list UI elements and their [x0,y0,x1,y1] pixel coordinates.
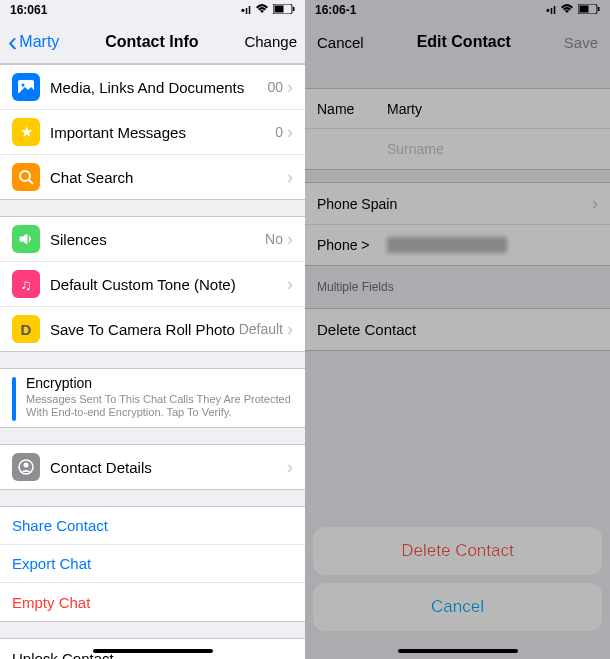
cancel-button[interactable]: Cancel [317,34,364,51]
settings-section: Silences No › ♫ Default Custom Tone (Not… [0,216,305,352]
status-bar: 16:061 •ıl [0,0,305,20]
important-count: 0 [275,124,283,140]
chevron-right-icon: › [287,274,293,295]
page-title: Contact Info [105,33,198,51]
media-icon [12,73,40,101]
details-section: Contact Details › [0,444,305,490]
svg-point-8 [24,463,29,468]
delete-contact-button[interactable]: Delete Contact [313,527,602,575]
edit-contact-screen: 16:06-1 •ıl Cancel Edit Contact Save Nam… [305,0,610,659]
download-icon: D [12,315,40,343]
home-indicator[interactable] [93,649,213,653]
contact-details-row[interactable]: Contact Details › [0,445,305,489]
encryption-row[interactable]: Encryption Messages Sent To This Chat Ca… [0,369,305,427]
important-label: Important Messages [50,124,275,141]
svg-rect-1 [275,6,284,13]
svg-point-4 [22,84,25,87]
svg-rect-11 [598,7,600,11]
battery-icon [578,4,600,16]
chevron-right-icon: › [287,229,293,250]
contact-icon [12,453,40,481]
silences-row[interactable]: Silences No › [0,217,305,262]
contact-info-screen: 16:061 •ıl Marty Contact Info Change Med… [0,0,305,659]
encryption-title: Encryption [26,375,293,391]
svg-point-5 [20,171,30,181]
share-contact-button[interactable]: Share Contact [0,507,305,545]
save-button[interactable]: Save [564,34,598,51]
wifi-icon [560,4,574,16]
important-row[interactable]: ★ Important Messages 0 › [0,110,305,155]
tone-row[interactable]: ♫ Default Custom Tone (Note) › [0,262,305,307]
contact-details-label: Contact Details [50,459,287,476]
surname-row[interactable]: Surname [305,129,610,169]
media-section: Media, Links And Documents 00 › ★ Import… [0,64,305,200]
silences-value: No [265,231,283,247]
signal-icon: •ıl [241,4,251,16]
search-icon [12,163,40,191]
phone-row[interactable]: Phone > [305,225,610,265]
chevron-right-icon: › [287,77,293,98]
status-icons: •ıl [241,4,295,16]
name-field[interactable]: Marty [387,101,422,117]
svg-rect-2 [293,7,295,11]
chevron-right-icon: › [287,319,293,340]
battery-icon [273,4,295,16]
encryption-section: Encryption Messages Sent To This Chat Ca… [0,368,305,428]
status-bar: 16:06-1 •ıl [305,0,610,20]
svg-rect-10 [580,6,589,13]
action-sheet: Delete Contact Cancel [313,527,602,639]
home-indicator[interactable] [398,649,518,653]
empty-chat-button[interactable]: Empty Chat [0,583,305,621]
chevron-right-icon: › [287,167,293,188]
tone-label: Default Custom Tone (Note) [50,276,287,293]
phone-label: Phone > [317,237,387,253]
header: Marty Contact Info Change [0,20,305,64]
silences-label: Silences [50,231,265,248]
edit-title: Edit Contact [417,33,511,51]
wifi-icon [255,4,269,16]
multiple-fields-label: Multiple Fields [305,274,610,300]
status-time: 16:061 [10,3,47,17]
music-icon: ♫ [12,270,40,298]
name-row[interactable]: Name Marty [305,89,610,129]
phone-type-row[interactable]: Phone Spain › [305,183,610,225]
phone-field[interactable] [387,237,507,253]
status-icons: •ıl [546,4,600,16]
save-photo-row[interactable]: D Save To Camera Roll Photo Default › [0,307,305,351]
back-button[interactable]: Marty [8,33,59,51]
chevron-right-icon: › [592,193,598,214]
surname-field[interactable]: Surname [387,141,444,157]
media-count: 00 [267,79,283,95]
chevron-right-icon: › [287,122,293,143]
search-row[interactable]: Chat Search › [0,155,305,199]
lock-icon [12,377,16,421]
speaker-icon [12,225,40,253]
cancel-sheet-button[interactable]: Cancel [313,583,602,631]
save-photo-label: Save To Camera Roll Photo [50,321,239,338]
status-time: 16:06-1 [315,3,356,17]
encryption-subtitle: Messages Sent To This Chat Calls They Ar… [26,393,293,419]
name-label: Name [317,101,387,117]
signal-icon: •ıl [546,4,556,16]
edit-header: Cancel Edit Contact Save [305,20,610,64]
delete-contact-row[interactable]: Delete Contact [305,308,610,351]
search-label: Chat Search [50,169,287,186]
media-label: Media, Links And Documents [50,79,267,96]
save-photo-value: Default [239,321,283,337]
change-button[interactable]: Change [244,33,297,50]
star-icon: ★ [12,118,40,146]
phone-type-label: Phone Spain [317,196,397,212]
actions-section: Share Contact Export Chat Empty Chat [0,506,305,622]
export-chat-button[interactable]: Export Chat [0,545,305,583]
media-row[interactable]: Media, Links And Documents 00 › [0,65,305,110]
svg-line-6 [29,180,33,184]
chevron-right-icon: › [287,457,293,478]
